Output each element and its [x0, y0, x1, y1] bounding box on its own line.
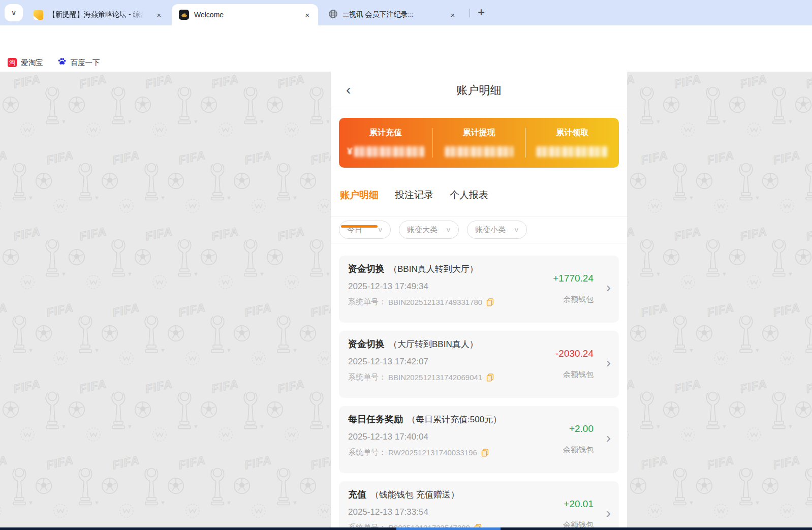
page-title: 账户明细 [331, 72, 627, 109]
bookmark-label: 爱淘宝 [21, 58, 43, 68]
tab-strip: ∨ 【新提醒】海燕策略论坛 - 综合 × Welcome × :::视讯 会员下… [0, 0, 812, 25]
record-type: 资金切换 [348, 338, 385, 350]
filter-minor-type-select[interactable]: 账变小类 ∨ [467, 221, 527, 239]
record-amount: +20.01 [564, 498, 594, 510]
record-order-label: 系统单号： [348, 448, 386, 457]
tab-personal-report[interactable]: 个人报表 [449, 188, 489, 216]
record-amount: -2030.24 [555, 348, 594, 359]
chevron-right-icon[interactable]: › [606, 279, 611, 296]
dragon-favicon-icon [179, 10, 189, 20]
tab-title: :::视讯 会员下注纪录::: [343, 10, 414, 19]
record-order-number: BBIN202512131749331780 [388, 298, 482, 306]
bottom-edge-highlight [396, 527, 501, 530]
bottom-edge-bar [0, 527, 812, 530]
tab-forum[interactable]: 【新提醒】海燕策略论坛 - 综合 × [26, 4, 170, 25]
copy-icon[interactable] [486, 298, 494, 306]
tab-title: Welcome [194, 11, 224, 19]
panel-header: ‹ 账户明细 [331, 72, 627, 109]
copy-icon[interactable] [486, 373, 494, 382]
summary-withdraw: 累计提现 [432, 118, 526, 168]
browser-toolbar: ← → 175616.cc/reports/index [0, 25, 812, 53]
baidu-paw-icon [57, 57, 67, 68]
close-icon[interactable]: × [303, 10, 312, 19]
record-type: 资金切换 [348, 263, 385, 275]
new-tab-button[interactable]: + [474, 5, 489, 20]
records-list: 资金切换 （BBIN真人转到大厅） 2025-12-13 17:49:34 系统… [331, 243, 627, 530]
record-item[interactable]: 每日任务奖励 （每日累计充值:500元） 2025-12-13 17:40:04… [339, 406, 619, 473]
filter-row: 今日 ∨ 账变大类 ∨ 账变小类 ∨ [331, 216, 627, 243]
section-tabs: 账户明细 投注记录 个人报表 [331, 184, 627, 216]
record-note: （大厅转到BBIN真人） [389, 338, 478, 350]
summary-label: 累计提现 [432, 128, 526, 138]
filter-major-type-select[interactable]: 账变大类 ∨ [399, 221, 459, 239]
record-wallet: 余额钱包 [563, 445, 594, 455]
record-type: 每日任务奖励 [348, 413, 403, 425]
masked-value [445, 146, 513, 157]
chevron-right-icon[interactable]: › [606, 430, 611, 446]
copy-icon[interactable] [481, 449, 489, 457]
record-order-label: 系统单号： [348, 372, 386, 382]
globe-favicon-icon [328, 9, 338, 21]
tab-separator [470, 9, 470, 17]
record-type: 充值 [348, 488, 366, 501]
bookmark-aitaobao[interactable]: 淘 爱淘宝 [8, 58, 43, 68]
record-order-label: 系统单号： [348, 297, 386, 307]
record-wallet: 余额钱包 [563, 370, 594, 380]
chevron-right-icon[interactable]: › [606, 355, 611, 371]
account-panel: ‹ 账户明细 累计充值 ¥ 累计提现 累计领取 [331, 72, 627, 530]
divider [525, 128, 526, 158]
page-background: FIFA▼FIFA▼FIFA▼FIFA▼FIFA▼FIFA▼FIFA▼FIFA▼… [0, 72, 812, 530]
bookmark-baidu[interactable]: 百度一下 [57, 57, 100, 68]
filter-label: 账变小类 [475, 225, 506, 235]
record-order-number: RW202512131740033196 [388, 448, 477, 457]
record-item[interactable]: 资金切换 （大厅转到BBIN真人） 2025-12-13 17:42:07 系统… [339, 331, 619, 398]
close-icon[interactable]: × [154, 10, 164, 19]
browser-window: ∨ 【新提醒】海燕策略论坛 - 综合 × Welcome × :::视讯 会员下… [0, 0, 812, 530]
chevron-down-icon: ∨ [446, 226, 451, 233]
record-wallet: 余额钱包 [563, 295, 594, 304]
chevron-down-icon: ∨ [514, 226, 519, 233]
close-icon[interactable]: × [448, 10, 457, 19]
forum-favicon-icon [34, 10, 43, 20]
chevron-down-icon: ∨ [11, 9, 16, 17]
bookmarks-bar: 淘 爱淘宝 百度一下 [0, 53, 812, 72]
filter-date-select[interactable]: 今日 ∨ [339, 221, 391, 239]
record-note: （每日累计充值:500元） [407, 414, 502, 425]
tab-welcome[interactable]: Welcome × [172, 4, 318, 25]
summary-label: 累计充值 [339, 128, 432, 138]
tab-account-detail[interactable]: 账户明细 [339, 188, 380, 216]
masked-value [537, 146, 608, 157]
bookmark-label: 百度一下 [71, 58, 100, 68]
summary-label: 累计领取 [525, 128, 619, 138]
taobao-icon: 淘 [8, 58, 17, 67]
record-note: （BBIN真人转到大厅） [389, 263, 478, 275]
currency-symbol: ¥ [347, 146, 353, 157]
record-note: （钱能钱包 充值赠送） [370, 489, 459, 501]
record-order-number: BBIN202512131742069041 [388, 373, 482, 382]
record-amount: +2.00 [569, 423, 594, 434]
filter-label: 账变大类 [407, 225, 438, 235]
divider [432, 128, 433, 158]
tab-title: 【新提醒】海燕策略论坛 - 综合 [48, 10, 144, 19]
back-chevron-icon[interactable]: ‹ [346, 82, 351, 97]
summary-claimed: 累计领取 [525, 118, 619, 168]
chevron-right-icon[interactable]: › [606, 505, 611, 521]
record-item[interactable]: 资金切换 （BBIN真人转到大厅） 2025-12-13 17:49:34 系统… [339, 256, 619, 323]
summary-deposit: 累计充值 ¥ [339, 118, 432, 168]
chevron-down-icon: ∨ [378, 226, 383, 233]
summary-card: 累计充值 ¥ 累计提现 累计领取 [339, 118, 619, 168]
record-amount: +1770.24 [553, 273, 594, 284]
record-item[interactable]: 充值 （钱能钱包 充值赠送） 2025-12-13 17:33:54 系统单号：… [339, 481, 619, 530]
tab-video-records[interactable]: :::视讯 会员下注纪录::: × [321, 4, 463, 25]
tab-search-button[interactable]: ∨ [5, 4, 23, 21]
masked-value [354, 146, 424, 157]
tab-bet-records[interactable]: 投注记录 [394, 188, 434, 216]
